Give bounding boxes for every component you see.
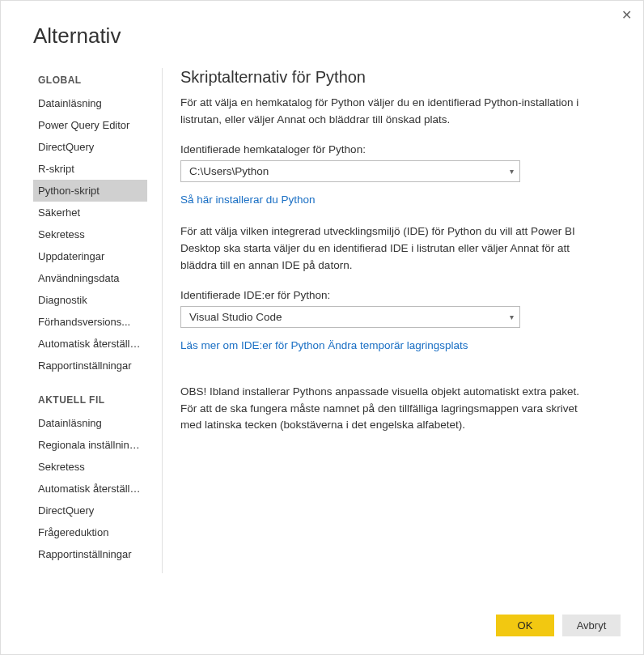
sidebar-item[interactable]: Säkerhet (33, 202, 147, 223)
sidebar-item[interactable]: Datainläsning (33, 92, 147, 114)
sidebar-item[interactable]: Rapportinställningar (33, 543, 147, 565)
content-title: Skriptalternativ för Python (180, 68, 583, 87)
sidebar-item[interactable]: Sekretess (33, 456, 147, 478)
close-icon: ✕ (621, 8, 632, 22)
sidebar-item[interactable]: Förhandsversions... (33, 311, 147, 333)
python-ide-label: Identifierade IDE:er för Python: (180, 289, 583, 301)
python-ide-value: Visual Studio Code (189, 311, 282, 323)
cancel-button[interactable]: Avbryt (562, 615, 621, 636)
sidebar-item[interactable]: Automatisk återställning (33, 333, 147, 355)
sidebar-item[interactable]: Python-skript (33, 180, 147, 202)
sidebar-item[interactable]: Rapportinställningar (33, 355, 147, 376)
sidebar-section-global: GLOBAL (33, 68, 147, 92)
sidebar-item[interactable]: R-skript (33, 158, 147, 180)
sidebar-item[interactable]: Diagnostik (33, 289, 147, 311)
dialog-title: Alternativ (1, 1, 643, 68)
sidebar-item[interactable]: Datainläsning (33, 412, 147, 434)
sidebar-item[interactable]: Uppdateringar (33, 245, 147, 267)
intro-text: För att välja en hemkatalog för Python v… (180, 95, 583, 129)
sidebar-item[interactable]: DirectQuery (33, 500, 147, 521)
python-ide-select[interactable]: Visual Studio Code (180, 306, 520, 328)
sidebar-item[interactable]: Användningsdata (33, 267, 147, 289)
sidebar-item[interactable]: Sekretess (33, 223, 147, 245)
dialog-footer: OK Avbryt (496, 615, 621, 636)
ide-intro-text: För att välja vilken integrerad utveckli… (180, 223, 583, 274)
ok-button[interactable]: OK (496, 615, 554, 636)
sidebar-item[interactable]: DirectQuery (33, 136, 147, 158)
python-home-label: Identifierade hemkataloger för Python: (180, 143, 583, 155)
sidebar: GLOBAL DatainläsningPower Query EditorDi… (33, 68, 163, 573)
sidebar-item[interactable]: Power Query Editor (33, 114, 147, 136)
change-temp-storage-link[interactable]: Ändra temporär lagringsplats (328, 339, 468, 351)
sidebar-item[interactable]: Regionala inställningar (33, 434, 147, 456)
content-panel: Skriptalternativ för Python För att välj… (163, 68, 583, 573)
sidebar-item[interactable]: Frågereduktion (33, 521, 147, 543)
sidebar-section-current-file: AKTUELL FIL (33, 388, 147, 412)
sidebar-item[interactable]: Automatisk återställning (33, 478, 147, 500)
close-button[interactable]: ✕ (621, 9, 632, 22)
python-home-select[interactable]: C:\Users\Python (180, 160, 520, 182)
ide-learn-more-link[interactable]: Läs mer om IDE:er för Python (180, 339, 325, 351)
obs-note: OBS! Ibland installerar Pythons anpassad… (180, 384, 583, 435)
python-home-value: C:\Users\Python (189, 165, 269, 177)
install-python-link[interactable]: Så här installerar du Python (180, 194, 316, 206)
